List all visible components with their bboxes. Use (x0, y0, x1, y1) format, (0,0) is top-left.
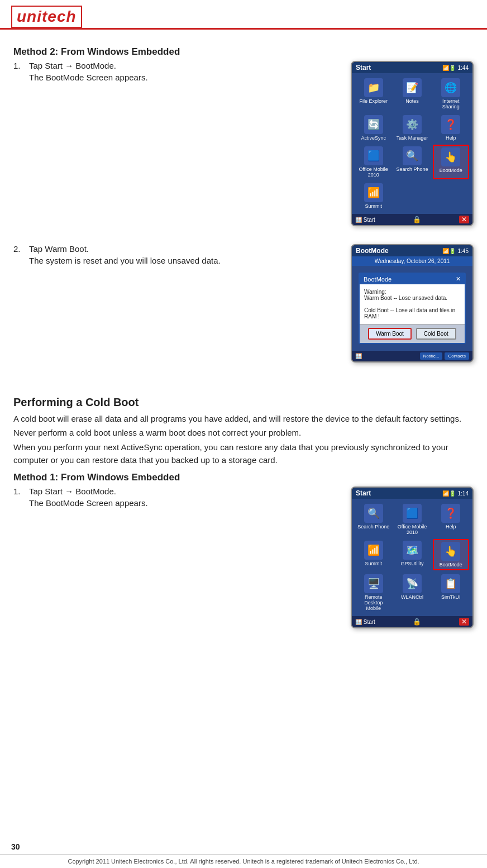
logo-box: unitech (11, 6, 82, 28)
screenshot3-taskbar: 🪟 Start 🔒 ✕ (352, 616, 472, 627)
cold-step1-sub: The BootMode Screen appears. (29, 498, 341, 508)
screenshot1-title: Start (356, 64, 371, 71)
notes-icon: 📝 (403, 78, 422, 97)
icon3-wlan: 📡 WLANCtrl (394, 573, 430, 613)
screenshot3-device: Start 📶🔋 1:14 🔍 Search Phone 🟦 Office Mo… (351, 487, 474, 628)
icon3-summit: 📶 Summit (355, 539, 391, 570)
main-content: Method 2: From Windows Embedded 1. Tap S… (0, 35, 487, 644)
screenshot1-clock: 1:44 (458, 65, 469, 71)
screenshot1-time: 📶🔋 1:44 (442, 65, 469, 71)
step1-text-col: 1. Tap Start → BootMode. The BootMode Sc… (13, 61, 341, 83)
search-phone-icon3: 🔍 (364, 504, 383, 523)
cold-boot-section: Performing a Cold Boot A cold boot will … (13, 396, 474, 628)
icon-file-explorer: 📁 File Explorer (355, 77, 391, 111)
bootmode-dialog-title: BootMode ✕ (360, 274, 465, 284)
cold-boot-title: Performing a Cold Boot (13, 396, 474, 409)
screenshot3-icons: 📶🔋 (442, 490, 456, 497)
warm-boot-button[interactable]: Warm Boot (368, 328, 412, 340)
screenshot3-clock: 1:14 (458, 490, 469, 497)
screenshot2-device: BootMode 📶🔋 1:45 Wednesday, October 26, … (351, 244, 474, 363)
activesync-icon: 🔄 (364, 115, 383, 134)
remote-desktop-icon3: 🖥️ (364, 574, 383, 593)
step2-text: Tap Warm Boot. (29, 244, 89, 254)
screenshot2-titlebar: BootMode 📶🔋 1:45 (352, 245, 472, 256)
screenshot2-time: 📶🔋 1:45 (442, 248, 469, 254)
file-explorer-icon: 📁 (364, 78, 383, 97)
bootmode-dialog-title-text: BootMode (364, 276, 391, 283)
icon-search-phone: 🔍 Search Phone (394, 145, 430, 179)
cold-step1-num: 1. (13, 487, 29, 496)
taskbar3-start-btn: 🪟 Start (355, 619, 375, 625)
taskbar-lock-icon: 🔒 (413, 216, 421, 223)
method1-title: Method 1: From Windows Embedded (13, 472, 474, 483)
taskbar-start-btn: 🪟 Start (355, 217, 375, 223)
footer-copyright: Copyright 2011 Unitech Electronics Co., … (68, 858, 419, 865)
icon-activesync: 🔄 ActiveSync (355, 113, 391, 142)
contacts-btn: Contacts (445, 352, 469, 360)
icon-help: ❓ Help (433, 113, 469, 142)
step2-num: 2. (13, 244, 29, 254)
simtk-icon3: 📋 (441, 574, 460, 593)
bootmode-icon3: 👆 (441, 542, 460, 561)
screenshot3-title: Start (356, 489, 371, 497)
notific-btn: Notific... (420, 352, 443, 360)
icon3-gps: 🗺️ GPSUtility (394, 539, 430, 570)
cold-step1-row-inner: 1. Tap Start → BootMode. (13, 487, 341, 496)
bootmode-icon: 👆 (441, 147, 460, 166)
step1-text: Tap Start → BootMode. (29, 61, 116, 70)
screenshot2-taskbar: 🪟 Notific... Contacts (352, 351, 472, 361)
icon3-remote-desktop: 🖥️ Remote Desktop Mobile (355, 573, 391, 613)
taskbar3-lock-icon: 🔒 (413, 618, 421, 626)
icon-internet-sharing: 🌐 Internet Sharing (433, 77, 469, 111)
bootmode-warning-text: Warning: Warm Boot -- Lose unsaved data.… (364, 289, 460, 319)
taskbar2-start: 🪟 (355, 353, 362, 359)
icon3-help: ❓ Help (433, 502, 469, 537)
screenshot2-icons: 📶🔋 (442, 248, 456, 254)
step1-row: 1. Tap Start → BootMode. The BootMode Sc… (13, 61, 474, 226)
screenshot2-title: BootMode (356, 247, 389, 255)
screenshot1-grid: 📁 File Explorer 📝 Notes 🌐 Internet Shari… (352, 73, 472, 214)
cold-boot-button[interactable]: Cold Boot (416, 328, 456, 340)
cold-step1-text-col: 1. Tap Start → BootMode. The BootMode Sc… (13, 487, 341, 509)
cold-boot-para2: Never perform a cold boot unless a warm … (13, 426, 474, 439)
icon3-search-phone: 🔍 Search Phone (355, 502, 391, 537)
cold-step1-text: Tap Start → BootMode. (29, 487, 116, 496)
screenshot1-device: Start 📶🔋 1:44 📁 File Explorer 📝 Notes 🌐 (351, 61, 474, 226)
bootmode-dialog-body: Warning: Warm Boot -- Lose unsaved data.… (360, 284, 465, 325)
step2-text-col: 2. Tap Warm Boot. The system is reset an… (13, 244, 341, 266)
taskbar2-btns: Notific... Contacts (420, 352, 469, 360)
screenshot1-titlebar: Start 📶🔋 1:44 (352, 62, 472, 73)
icon-task-manager: ⚙️ Task Manager (394, 113, 430, 142)
office-icon: 🟦 (364, 146, 383, 165)
footer: Copyright 2011 Unitech Electronics Co., … (0, 854, 487, 868)
wlan-icon3: 📡 (403, 574, 422, 593)
page-number: 30 (11, 842, 20, 851)
icon3-office: 🟦 Office Mobile 2010 (394, 502, 430, 537)
icon-bootmode-highlighted: 👆 BootMode (433, 145, 469, 179)
search-phone-icon: 🔍 (403, 146, 422, 165)
summit-icon: 📶 (364, 183, 383, 202)
step2-row: 2. Tap Warm Boot. The system is reset an… (13, 244, 474, 363)
summit-icon3: 📶 (364, 541, 383, 560)
step1-num: 1. (13, 61, 29, 70)
screenshot3-titlebar: Start 📶🔋 1:14 (352, 488, 472, 499)
screenshot2-clock: 1:45 (458, 248, 469, 254)
step1-sub: The BootMode Screen appears. (29, 73, 341, 82)
step1-row-inner: 1. Tap Start → BootMode. (13, 61, 341, 70)
logo: unitech (11, 6, 83, 28)
icon-office: 🟦 Office Mobile 2010 (355, 145, 391, 179)
help-icon3: ❓ (441, 504, 460, 523)
screenshot3-grid: 🔍 Search Phone 🟦 Office Mobile 2010 ❓ He… (352, 499, 472, 616)
bootmode-dialog-close-icon: ✕ (456, 275, 461, 283)
screenshot3-time: 📶🔋 1:14 (442, 490, 469, 497)
screenshot1-icons: 📶🔋 (442, 65, 456, 71)
step2-row-inner: 2. Tap Warm Boot. (13, 244, 341, 254)
step2-sub: The system is reset and you will lose un… (29, 256, 341, 265)
icon-notes: 📝 Notes (394, 77, 430, 111)
icon3-bootmode-highlighted: 👆 BootMode (433, 539, 469, 570)
taskbar3-close-icon: ✕ (459, 618, 469, 626)
internet-sharing-icon: 🌐 (441, 78, 460, 97)
screenshot2-date: Wednesday, October 26, 2011 (352, 256, 472, 266)
screenshot1-taskbar: 🪟 Start 🔒 ✕ (352, 214, 472, 225)
task-manager-icon: ⚙️ (403, 115, 422, 134)
